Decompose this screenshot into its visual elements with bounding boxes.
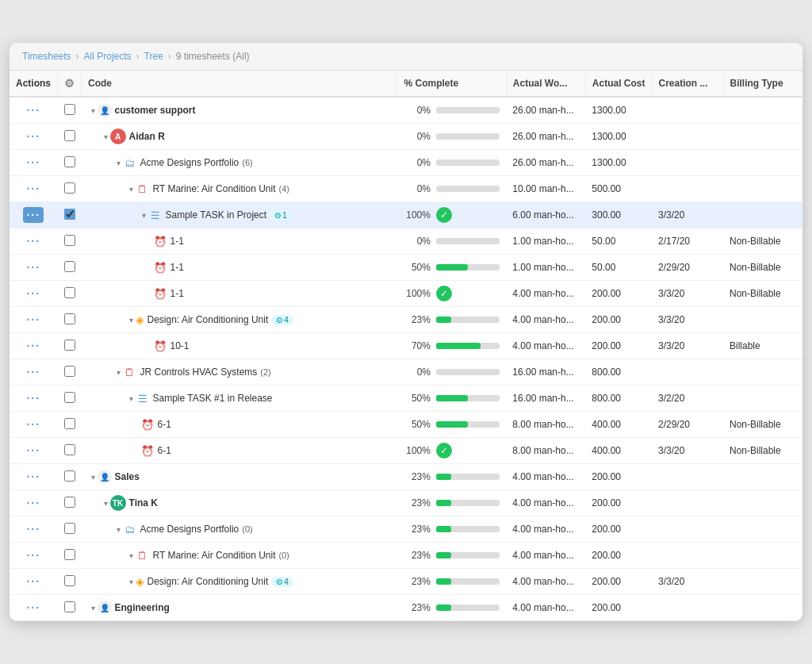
billing-cell bbox=[723, 150, 802, 176]
project-icon: 🗒 bbox=[136, 182, 150, 196]
action-dots-btn[interactable]: ··· bbox=[23, 495, 44, 511]
checkbox-cell[interactable] bbox=[58, 569, 82, 595]
row-checkbox[interactable] bbox=[64, 418, 75, 429]
action-dots-btn[interactable]: ··· bbox=[23, 390, 44, 406]
row-checkbox[interactable] bbox=[64, 182, 75, 194]
action-dots-btn[interactable]: ··· bbox=[23, 181, 44, 197]
checkbox-cell[interactable] bbox=[58, 202, 82, 228]
breadcrumb-tree[interactable]: Tree bbox=[144, 51, 163, 62]
row-count: (6) bbox=[242, 158, 252, 167]
action-dots-btn[interactable]: ··· bbox=[23, 286, 44, 301]
checkbox-cell[interactable] bbox=[58, 307, 82, 333]
action-dots-btn[interactable]: ··· bbox=[23, 338, 44, 354]
breadcrumb-timesheets[interactable]: Timesheets bbox=[22, 51, 71, 62]
row-checkbox[interactable] bbox=[64, 235, 75, 246]
action-dots-btn[interactable]: ··· bbox=[23, 443, 44, 459]
row-checkbox[interactable] bbox=[64, 287, 75, 298]
action-dots-btn[interactable]: ··· bbox=[23, 207, 44, 223]
checkbox-cell[interactable] bbox=[58, 228, 82, 255]
pct-cell: 50% bbox=[397, 412, 506, 438]
checkbox-cell[interactable] bbox=[58, 124, 82, 150]
breadcrumb-all-projects[interactable]: All Projects bbox=[84, 51, 132, 62]
checkbox-cell[interactable] bbox=[58, 412, 82, 438]
action-dots-btn[interactable]: ··· bbox=[23, 102, 44, 118]
checkbox-cell[interactable] bbox=[58, 543, 82, 569]
progress-bar-bg bbox=[436, 369, 500, 375]
pct-cell: 100% ✓ bbox=[397, 281, 506, 307]
col-header-actual-work[interactable]: Actual Wo... bbox=[506, 71, 585, 97]
row-checkbox[interactable] bbox=[64, 497, 75, 508]
row-checkbox[interactable] bbox=[64, 601, 75, 612]
creation-cell bbox=[652, 464, 723, 490]
col-header-creation[interactable]: Creation ... bbox=[652, 71, 723, 97]
row-checkbox[interactable] bbox=[64, 130, 75, 141]
row-checkbox[interactable] bbox=[64, 104, 75, 115]
checkbox-cell[interactable] bbox=[58, 150, 82, 176]
checkbox-cell[interactable] bbox=[58, 490, 82, 516]
timesheets-table: Actions ⚙ Code % Complete Actual Wo... bbox=[10, 71, 802, 621]
col-header-code[interactable]: Code bbox=[82, 71, 397, 97]
gear-icon[interactable]: ⚙ bbox=[64, 77, 75, 90]
actual-cost-value: 200.00 bbox=[592, 340, 621, 351]
row-checkbox[interactable] bbox=[64, 156, 75, 167]
action-dots-btn[interactable]: ··· bbox=[23, 547, 44, 563]
checkbox-cell[interactable] bbox=[58, 386, 82, 412]
row-label: 1-1 bbox=[170, 288, 184, 299]
actual-work-cell: 26.00 man-h... bbox=[506, 150, 585, 176]
col-header-pct[interactable]: % Complete bbox=[397, 71, 506, 97]
action-dots-btn[interactable]: ··· bbox=[23, 233, 44, 249]
progress-bar-bg bbox=[436, 395, 500, 401]
actual-cost-cell: 400.00 bbox=[585, 438, 652, 464]
col-header-actual-cost[interactable]: Actual Cost bbox=[585, 71, 652, 97]
row-checkbox[interactable] bbox=[64, 261, 75, 272]
progress-bar-bg bbox=[436, 421, 500, 428]
action-dots-btn[interactable]: ··· bbox=[23, 312, 44, 328]
actual-cost-value: 200.00 bbox=[592, 576, 621, 587]
action-dots-btn[interactable]: ··· bbox=[23, 521, 44, 537]
checkbox-cell[interactable] bbox=[58, 97, 82, 124]
action-dots-btn[interactable]: ··· bbox=[23, 259, 44, 275]
actual-cost-value: 1300.00 bbox=[592, 131, 626, 142]
checkbox-cell[interactable] bbox=[58, 176, 82, 202]
row-checkbox[interactable] bbox=[64, 209, 75, 220]
portfolio-icon: 🗂 bbox=[123, 155, 137, 170]
checkbox-cell[interactable] bbox=[58, 359, 82, 386]
billing-cell: Non-Billable bbox=[723, 412, 802, 438]
chevron-icon: ▾ bbox=[91, 106, 95, 115]
row-checkbox[interactable] bbox=[64, 523, 75, 534]
design-icon: ◈ bbox=[136, 313, 144, 326]
row-checkbox[interactable] bbox=[64, 340, 75, 351]
row-checkbox[interactable] bbox=[64, 470, 75, 482]
action-dots-btn[interactable]: ··· bbox=[23, 469, 44, 485]
actual-work-cell: 10.00 man-h... bbox=[506, 176, 585, 202]
actual-work-cell: 8.00 man-ho... bbox=[506, 412, 585, 438]
action-dots-btn[interactable]: ··· bbox=[23, 129, 44, 144]
row-checkbox[interactable] bbox=[64, 575, 75, 586]
action-dots-btn[interactable]: ··· bbox=[23, 574, 44, 589]
progress-bar-bg bbox=[436, 317, 500, 323]
col-header-billing[interactable]: Billing Type bbox=[723, 71, 802, 97]
checkbox-cell[interactable] bbox=[58, 464, 82, 490]
action-dots-btn[interactable]: ··· bbox=[23, 416, 44, 432]
row-checkbox[interactable] bbox=[64, 366, 75, 377]
badge: ⊙4 bbox=[271, 577, 293, 587]
row-checkbox[interactable] bbox=[64, 549, 75, 560]
actual-work-value: 4.00 man-ho... bbox=[512, 576, 573, 587]
checkbox-cell[interactable] bbox=[58, 281, 82, 307]
col-header-gear[interactable]: ⚙ bbox=[58, 71, 82, 97]
row-checkbox[interactable] bbox=[64, 313, 75, 324]
checkbox-cell[interactable] bbox=[58, 516, 82, 543]
row-checkbox[interactable] bbox=[64, 444, 75, 455]
actual-cost-value: 200.00 bbox=[592, 602, 621, 613]
chevron-icon: ▾ bbox=[129, 551, 133, 560]
timesheet-icon: ⏰ bbox=[153, 286, 167, 301]
checkbox-cell[interactable] bbox=[58, 595, 82, 621]
checkbox-cell[interactable] bbox=[58, 438, 82, 464]
action-dots-btn[interactable]: ··· bbox=[23, 155, 44, 171]
checkbox-cell[interactable] bbox=[58, 333, 82, 359]
table-container: Actions ⚙ Code % Complete Actual Wo... bbox=[10, 71, 802, 621]
action-dots-btn[interactable]: ··· bbox=[23, 364, 44, 380]
checkbox-cell[interactable] bbox=[58, 255, 82, 281]
action-dots-btn[interactable]: ··· bbox=[23, 600, 44, 616]
row-checkbox[interactable] bbox=[64, 392, 75, 403]
